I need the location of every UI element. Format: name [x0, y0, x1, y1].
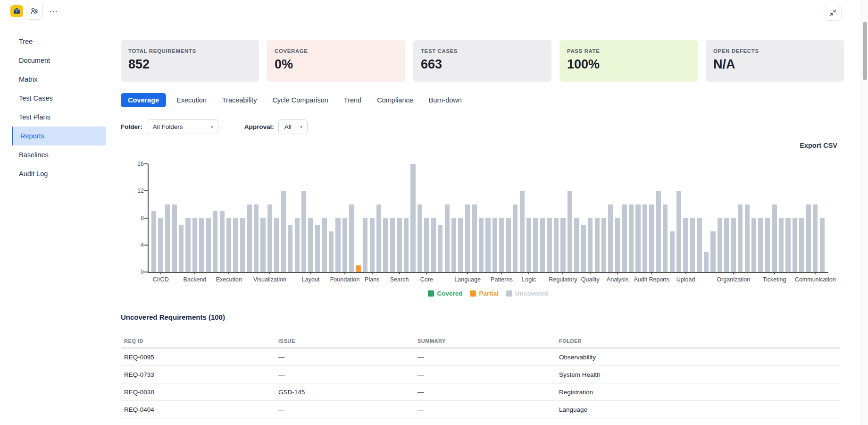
scrollbar-track[interactable] — [861, 0, 868, 425]
stat-value: 852 — [128, 57, 251, 72]
stat-card-test-cases: TEST CASES 663 — [413, 40, 551, 82]
table-row[interactable]: REQ-0404 — — Language — [121, 401, 840, 418]
approval-select[interactable]: All ▾ — [278, 119, 308, 134]
chart-bar — [335, 218, 340, 272]
stat-value: 0% — [275, 57, 398, 72]
sidebar-item-matrix[interactable]: Matrix — [0, 70, 106, 89]
chart-bar — [697, 218, 701, 272]
chart-bar — [615, 218, 620, 272]
tab-execution[interactable]: Execution — [171, 93, 212, 107]
column-header-issue: ISSUE — [275, 338, 414, 344]
chart-bar — [233, 218, 238, 272]
more-menu-button[interactable]: ⋯ — [47, 3, 61, 20]
approval-select-value: All — [284, 123, 292, 130]
chart-bar — [315, 225, 320, 272]
chart-bar — [554, 218, 559, 272]
app-logo-button[interactable] — [10, 5, 23, 17]
table-row[interactable]: REQ-0733 — — System Health — [121, 366, 840, 383]
chart-legend: CoveredPartialUncovered — [148, 290, 828, 297]
y-axis-tick-label: 16 — [137, 161, 144, 167]
legend-item-covered: Covered — [428, 290, 462, 297]
chart-bar — [520, 191, 525, 272]
chart-bar — [179, 225, 184, 272]
tab-traceability[interactable]: Traceability — [217, 93, 262, 107]
chart-bar — [349, 204, 354, 272]
tab-compliance[interactable]: Compliance — [372, 93, 418, 107]
folder-select[interactable]: All Folders ▾ — [147, 119, 218, 134]
x-axis-tick-mark — [426, 272, 427, 274]
stat-label: TEST CASES — [421, 48, 544, 54]
sidebar-item-baselines[interactable]: Baselines — [0, 145, 106, 164]
stat-label: OPEN DEFECTS — [713, 48, 836, 54]
chart-bar — [547, 218, 551, 272]
chart-bar — [772, 204, 776, 272]
sidebar-item-tree[interactable]: Tree — [0, 32, 106, 51]
x-axis-tick-mark — [467, 272, 468, 274]
x-axis-tick-mark — [617, 272, 618, 274]
chart-bar — [417, 204, 422, 272]
table-header-row: REQ ID ISSUE SUMMARY FOLDER — [121, 334, 840, 348]
sidebar-item-document[interactable]: Document — [0, 51, 106, 70]
chart-bar — [445, 204, 450, 272]
sidebar-item-test-cases[interactable]: Test Cases — [0, 89, 106, 108]
sidebar: Tree Document Matrix Test Cases Test Pla… — [0, 32, 106, 183]
cell-issue: — — [275, 406, 414, 413]
table-row[interactable]: REQ-0095 — — Observability — [121, 348, 840, 366]
chart-bar — [451, 218, 456, 272]
table-row[interactable]: REQ-0030 GSD-145 — Registration — [121, 383, 840, 401]
chart-bar — [710, 231, 715, 272]
x-axis-tick-mark — [651, 272, 652, 274]
tab-coverage[interactable]: Coverage — [121, 93, 166, 107]
cell-req-id: REQ-0733 — [121, 371, 275, 378]
x-axis-tick-label: Communication — [795, 276, 836, 283]
x-axis-tick-label: Quality — [581, 276, 600, 283]
chart-bar — [799, 218, 804, 272]
chart-bar — [663, 204, 668, 272]
tab-cycle-comparison[interactable]: Cycle Comparison — [267, 93, 333, 107]
uncovered-requirements-table: REQ ID ISSUE SUMMARY FOLDER REQ-0095 — —… — [121, 334, 840, 418]
cell-issue: GSD-145 — [275, 389, 414, 396]
x-axis-tick-mark — [562, 272, 563, 274]
scrollbar-thumb[interactable] — [863, 22, 867, 80]
chart-bar — [240, 218, 245, 272]
chart-bar — [158, 218, 163, 272]
export-csv-button[interactable]: Export CSV — [800, 142, 837, 149]
chart-bar — [656, 191, 661, 272]
chart-bar — [295, 218, 300, 272]
people-menu-button[interactable] — [26, 3, 43, 20]
cell-issue: — — [275, 371, 414, 378]
sidebar-item-audit-log[interactable]: Audit Log — [0, 164, 106, 183]
chevron-down-icon: ▾ — [300, 125, 302, 129]
chart-bar — [383, 218, 388, 272]
collapse-panel-button[interactable] — [825, 5, 842, 21]
x-axis-tick-mark — [372, 272, 373, 274]
chart-bar — [465, 204, 470, 272]
sidebar-item-test-plans[interactable]: Test Plans — [0, 108, 106, 127]
filter-bar: Folder: All Folders ▾ Approval: All ▾ — [121, 119, 308, 134]
cell-summary: — — [414, 406, 556, 413]
chart-bar — [758, 218, 763, 272]
x-axis-tick-label: Logic — [522, 276, 536, 283]
chart-bar — [779, 218, 784, 272]
chart-bar — [745, 204, 750, 272]
chart-bar — [601, 218, 606, 272]
tab-burn-down[interactable]: Burn-down — [424, 93, 467, 107]
stat-value: 100% — [567, 57, 690, 72]
chart-bar — [588, 218, 593, 272]
report-tabs: Coverage Execution Traceability Cycle Co… — [121, 93, 467, 107]
chart-bar — [247, 204, 251, 272]
chart-bar — [751, 218, 756, 272]
chart-bar — [718, 218, 722, 272]
x-axis-tick-mark — [160, 272, 161, 274]
chart-bar — [301, 191, 306, 272]
y-axis-tick-mark — [144, 218, 148, 219]
y-axis-tick-mark — [144, 190, 148, 191]
x-axis-tick-mark — [344, 272, 345, 274]
chart-bar — [199, 218, 204, 272]
tab-trend[interactable]: Trend — [339, 93, 367, 107]
sidebar-item-reports[interactable]: Reports — [12, 127, 106, 145]
cell-folder: Language — [556, 406, 840, 413]
x-axis-tick-label: Backend — [184, 276, 207, 283]
chart-bar — [526, 218, 531, 272]
legend-label: Uncovered — [515, 290, 548, 297]
